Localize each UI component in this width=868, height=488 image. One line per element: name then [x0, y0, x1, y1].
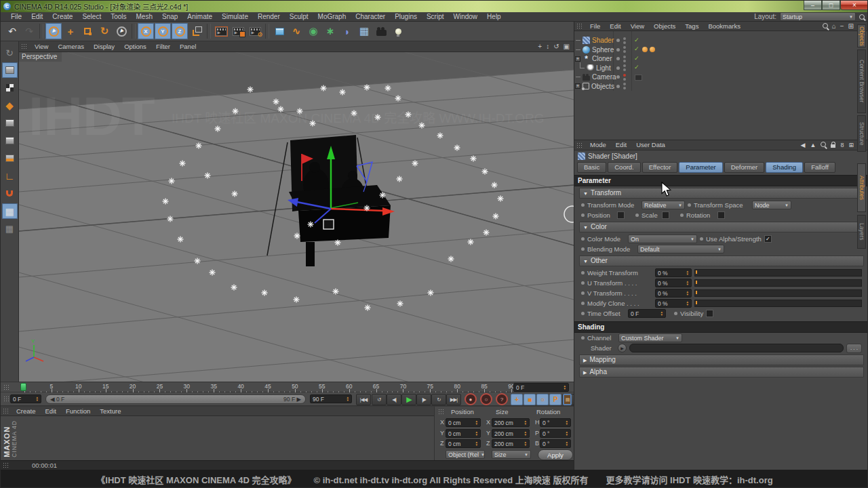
material-menu-function[interactable]: Function [61, 407, 95, 416]
object-row-objects[interactable]: +Objects [574, 82, 868, 92]
channel-dropdown[interactable]: Custom Shader▼ [618, 333, 682, 342]
side-tab-attributes[interactable]: Attributes [857, 163, 866, 212]
tab-shading[interactable]: Shading [766, 162, 803, 173]
add-environment-button[interactable]: ◗ [339, 23, 355, 39]
record-button[interactable]: ● [465, 393, 477, 405]
group-other[interactable]: ▼Other [579, 256, 864, 266]
position-checkbox[interactable] [617, 211, 625, 219]
play-backwards-button[interactable]: ↺ [372, 394, 387, 405]
lock-icon[interactable] [831, 142, 835, 149]
render-picture-viewer-button[interactable]: ▶ [230, 23, 246, 39]
viewport-menu-filter[interactable]: Filter [151, 42, 175, 52]
rotation-h-field[interactable]: 0 °▲▼ [540, 418, 571, 427]
texture-mode-button[interactable] [2, 80, 18, 96]
add-primitive-button[interactable] [271, 23, 288, 39]
dock-grip[interactable] [3, 384, 9, 390]
enable-dot[interactable] [616, 57, 620, 60]
menu-character[interactable]: Character [351, 12, 390, 22]
link-icon[interactable]: 8 [840, 142, 844, 148]
value-slider[interactable] [694, 269, 862, 277]
visibility-checkbox[interactable] [706, 310, 713, 317]
layout-dropdown[interactable]: Startup▼ [780, 12, 856, 21]
object-row-sphere[interactable]: Sphere✓ [574, 45, 868, 55]
transform-space-dropdown[interactable]: Node▼ [752, 201, 791, 209]
tab-falloff[interactable]: Falloff [804, 162, 835, 173]
goto-end-button[interactable]: ▶▶| [446, 394, 461, 405]
group-alpha[interactable]: ▶Alpha [579, 367, 864, 378]
timeline-ruler[interactable]: 0510152025303540455055606570758085900 F▲… [1, 382, 574, 392]
attr-menu-edit[interactable]: Edit [611, 140, 631, 150]
rotation-p-field[interactable]: 0 °▲▼ [540, 429, 571, 438]
titlebar[interactable]: C CINEMA 4D R14.025 Studio - [对象渲染 三点光2.… [1, 1, 868, 12]
om-menu-bookmarks[interactable]: Bookmarks [703, 22, 745, 31]
group-mapping[interactable]: ▶Mapping [579, 354, 864, 365]
attr-menu-mode[interactable]: Mode [585, 140, 611, 150]
solo-toggle[interactable]: ▤ [563, 394, 572, 405]
menu-simulate[interactable]: Simulate [217, 12, 253, 22]
rotate-tool[interactable]: ↻ [96, 23, 113, 39]
side-tab-content-browser[interactable]: Content Browser [857, 49, 866, 113]
add-spline-button[interactable]: ∿ [288, 23, 304, 39]
viewport-menu-display[interactable]: Display [89, 42, 119, 52]
menu-file[interactable]: File [6, 12, 26, 22]
previous-frame-button[interactable]: ◀| [387, 394, 401, 405]
minimize-button[interactable]: – [804, 1, 822, 10]
enable-dot[interactable] [616, 48, 620, 52]
render-visibility-dot[interactable] [623, 78, 626, 81]
menu-edit[interactable]: Edit [26, 12, 47, 22]
anim-dot[interactable] [581, 247, 585, 251]
side-tab-structure[interactable]: Structure [857, 115, 866, 152]
size-y-field[interactable]: 200 cm▲▼ [492, 429, 530, 438]
anim-dot[interactable] [581, 312, 585, 315]
render-visibility-dot[interactable] [623, 68, 626, 71]
anim-dot[interactable] [688, 203, 691, 207]
value-slider[interactable] [694, 300, 862, 307]
tab-effector[interactable]: Effector [642, 162, 678, 173]
anim-dot[interactable] [581, 302, 585, 305]
dock-grip[interactable] [3, 408, 9, 414]
search-icon[interactable] [859, 14, 865, 20]
shader-link-field[interactable] [629, 344, 844, 352]
browse-shader-button[interactable]: . . . [846, 344, 862, 353]
render-view-button[interactable]: ▶ [213, 23, 229, 39]
points-mode-button[interactable] [2, 115, 18, 131]
om-menu-edit[interactable]: Edit [605, 22, 625, 31]
search-icon[interactable] [821, 142, 826, 148]
om-menu-tags[interactable]: Tags [680, 22, 703, 31]
color-mode-dropdown[interactable]: On▼ [628, 235, 697, 243]
render-settings-button[interactable]: ▶⚙ [247, 23, 263, 39]
menu-select[interactable]: Select [77, 12, 106, 22]
viewport-menu-options[interactable]: Options [119, 42, 151, 52]
add-mograph-button[interactable]: ∗ [322, 23, 338, 39]
viewport-menu-panel[interactable]: Panel [175, 42, 201, 52]
anim-dot[interactable] [674, 312, 677, 315]
size-z-field[interactable]: 200 cm▲▼ [492, 439, 530, 448]
loop-button[interactable]: ↻ [431, 394, 446, 405]
zoom-view-icon[interactable]: ↕ [546, 43, 549, 50]
workplane-mode-button[interactable]: ◆ [2, 98, 18, 113]
home-icon[interactable]: ⌂ [832, 22, 836, 30]
enabled-check-icon[interactable]: ✓ [634, 37, 639, 43]
menu-mograph[interactable]: MoGraph [313, 12, 351, 22]
om-menu-view[interactable]: View [626, 22, 649, 31]
value-slider[interactable] [694, 289, 862, 297]
tab-coord[interactable]: Coord. [608, 162, 641, 173]
anim-dot[interactable] [581, 291, 585, 295]
anim-dot[interactable] [581, 237, 585, 241]
enabled-check-icon[interactable]: ✓ [634, 64, 639, 70]
menu-help[interactable]: Help [482, 12, 506, 22]
anim-dot[interactable] [581, 214, 585, 217]
coordinate-system-button[interactable] [189, 23, 205, 39]
anim-dot[interactable] [581, 336, 585, 340]
object-row-cloner[interactable]: +*Cloner✓ [574, 54, 868, 64]
anim-dot[interactable] [700, 237, 703, 241]
anim-dot[interactable] [581, 203, 585, 207]
goto-start-button[interactable]: |◀◀ [356, 394, 371, 405]
enabled-check-icon[interactable]: ✓ [634, 45, 639, 52]
side-tab-objects[interactable]: Objects [857, 24, 866, 47]
editor-visibility-dot[interactable] [623, 46, 626, 49]
anim-dot[interactable] [635, 214, 639, 217]
move-tool[interactable]: + [62, 23, 79, 39]
render-visibility-dot[interactable] [623, 60, 626, 62]
menu-sculpt[interactable]: Sculpt [285, 12, 313, 22]
